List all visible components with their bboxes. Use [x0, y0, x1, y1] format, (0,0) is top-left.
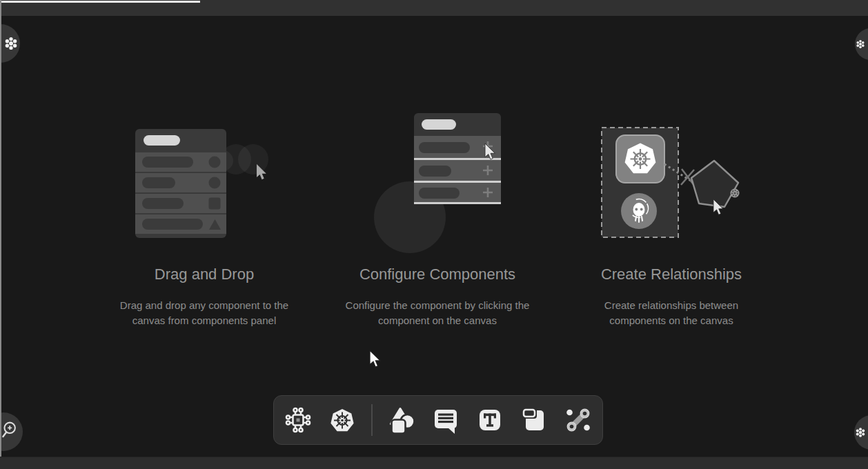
card-description: Create relationships between components …: [592, 298, 751, 328]
component-list-panel: [414, 113, 501, 204]
mouse-cursor: [370, 350, 384, 369]
components-icon: [283, 405, 313, 435]
top-bar: [0, 0, 868, 16]
relationship-icon: [563, 405, 593, 435]
toolbar-divider: [371, 404, 373, 436]
shapes-tool-button[interactable]: [386, 405, 417, 435]
flower-icon: [854, 424, 867, 441]
kubernetes-icon: [327, 405, 357, 435]
left-edge-line: [0, 0, 1, 457]
drag-and-drop-illustration: [121, 119, 287, 246]
loading-progress-bar: [0, 1, 200, 3]
kubernetes-tool-button[interactable]: [327, 405, 357, 435]
canvas-toolbar: [273, 395, 603, 445]
text-tool-button[interactable]: [475, 405, 505, 435]
dock-bottom-left-button[interactable]: [0, 412, 23, 451]
note-tool-button[interactable]: [519, 405, 549, 435]
gear-handle-icon: [731, 189, 740, 198]
kubernetes-node: [616, 135, 664, 183]
card-title: Drag and Drop: [101, 266, 308, 283]
card-description: Drag and drop any component to the canva…: [108, 298, 301, 328]
search-pill: [144, 135, 180, 146]
card-title: Configure Components: [327, 266, 548, 283]
card-drag-and-drop: Drag and Drop Drag and drop any componen…: [101, 266, 308, 328]
configure-components-illustration: [369, 110, 507, 255]
comment-icon: [431, 405, 461, 435]
card-create-relationships: Create Relationships Create relationship…: [582, 266, 761, 328]
pentagon-shape: [691, 161, 738, 207]
zoom-in-icon: [1, 418, 23, 446]
components-panel: [135, 129, 226, 238]
search-pill: [422, 119, 456, 130]
components-tool-button[interactable]: [283, 405, 313, 435]
relationship-tool-button[interactable]: [563, 405, 593, 435]
card-description: Configure the component by clicking the …: [327, 298, 548, 328]
card-configure-components: Configure Components Configure the compo…: [327, 266, 548, 328]
shapes-icon: [386, 405, 417, 435]
flower-icon: [3, 35, 19, 52]
bottom-bar: [0, 457, 868, 469]
card-title: Create Relationships: [582, 266, 761, 283]
meshery-node: [621, 193, 657, 229]
note-icon: [519, 405, 549, 435]
create-relationships-illustration: [593, 121, 752, 245]
comment-tool-button[interactable]: [431, 405, 461, 435]
flower-icon: [855, 36, 866, 52]
text-icon: [475, 405, 505, 435]
